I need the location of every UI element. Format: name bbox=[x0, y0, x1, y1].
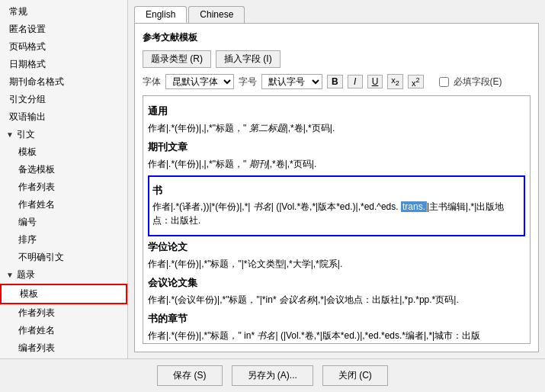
sidebar-item-citation-order[interactable]: 排序 bbox=[0, 231, 127, 249]
sidebar-item-citation-numbering[interactable]: 编号 bbox=[0, 214, 127, 231]
sidebar-item-bib-editor-list[interactable]: 编者列表 bbox=[0, 339, 127, 357]
section-content-journal: 作者|.*(年份)|,|,*"标题，" 期刊|,*卷|,*页码|. bbox=[148, 157, 525, 171]
font-label: 字体 bbox=[143, 76, 161, 88]
sidebar-item-alias[interactable]: 匿名设置 bbox=[0, 21, 127, 38]
section-header-book-section: 书的章节 bbox=[148, 311, 525, 327]
font-size-select[interactable]: 默认字号 bbox=[261, 74, 322, 89]
required-label: 必填字段(E) bbox=[454, 76, 502, 88]
sidebar-item-general[interactable]: 常规 bbox=[0, 3, 127, 21]
section-header-conference: 会议论文集 bbox=[148, 275, 525, 291]
subscript-button[interactable]: x2 bbox=[387, 74, 403, 88]
panel: 参考文献模板 题录类型 (R) 插入字段 (I) 字体 昆默认字体 字号 默认字… bbox=[134, 23, 539, 352]
controls-row: 题录类型 (R) 插入字段 (I) bbox=[143, 50, 531, 68]
section-header-book: 书 bbox=[152, 183, 521, 199]
section-header-thesis: 学位论文 bbox=[148, 239, 525, 255]
expand-icon-bib: ▼ bbox=[6, 271, 14, 279]
required-checkbox[interactable] bbox=[439, 77, 449, 87]
close-button[interactable]: 关闭 (C) bbox=[322, 365, 388, 386]
font-select[interactable]: 昆默认字体 bbox=[165, 74, 234, 89]
text-editor[interactable]: 通用 作者|.*(年份)|,|,*"标题，" 第二标题|,*卷|,*页码|. 期… bbox=[143, 95, 531, 344]
sidebar-item-bilingual[interactable]: 双语输出 bbox=[0, 108, 127, 126]
sidebar: 常规 匿名设置 页码格式 日期格式 期刊命名格式 引文分组 双语输出 ▼ 引文 … bbox=[0, 0, 128, 358]
entry-type-button[interactable]: 题录类型 (R) bbox=[143, 50, 211, 68]
sidebar-item-citation-author-name[interactable]: 作者姓名 bbox=[0, 196, 127, 214]
bold-button[interactable]: B bbox=[327, 75, 343, 88]
sidebar-item-page-format[interactable]: 页码格式 bbox=[0, 38, 127, 56]
tabs-container: English Chinese bbox=[134, 6, 539, 23]
font-row: 字体 昆默认字体 字号 默认字号 B I U x2 x2 必填字段(E) bbox=[143, 74, 531, 89]
bottom-bar: 保存 (S) 另存为 (A)... 关闭 (C) bbox=[0, 358, 545, 392]
panel-title: 参考文献模板 bbox=[143, 31, 531, 44]
sidebar-item-bib-authors[interactable]: 作者列表 bbox=[0, 304, 127, 322]
underline-button[interactable]: U bbox=[367, 75, 383, 88]
sidebar-item-citation-template[interactable]: 模板 bbox=[0, 143, 127, 161]
section-content-general: 作者|.*(年份)|,|,*"标题，" 第二标题|,*卷|,*页码|. bbox=[148, 121, 525, 135]
expand-icon: ▼ bbox=[6, 130, 14, 139]
save-as-button[interactable]: 另存为 (A)... bbox=[232, 365, 313, 386]
sidebar-item-bib-template[interactable]: 模板 bbox=[0, 284, 127, 304]
sidebar-item-date-format[interactable]: 日期格式 bbox=[0, 56, 127, 73]
insert-field-button[interactable]: 插入字段 (I) bbox=[216, 50, 281, 68]
sidebar-item-citation[interactable]: ▼ 引文 bbox=[0, 126, 127, 143]
sidebar-item-citation-authors[interactable]: 作者列表 bbox=[0, 178, 127, 196]
save-button[interactable]: 保存 (S) bbox=[157, 365, 222, 386]
section-header-general: 通用 bbox=[148, 104, 525, 120]
italic-button[interactable]: I bbox=[348, 75, 363, 88]
font-size-label: 字号 bbox=[239, 76, 257, 88]
sidebar-item-bibliography[interactable]: ▼ 题录 bbox=[0, 266, 127, 284]
book-section-box: 书 作者|.*(译者,))|*(年份)|,*| 书名| (|Vol.*卷,*|版… bbox=[148, 175, 525, 237]
tab-chinese[interactable]: Chinese bbox=[188, 6, 245, 23]
sidebar-item-citation-ambiguous[interactable]: 不明确引文 bbox=[0, 249, 127, 266]
tab-english[interactable]: English bbox=[134, 6, 187, 23]
section-content-book: 作者|.*(译者,))|*(年份)|,*| 书名| (|Vol.*卷,*|版本*… bbox=[152, 200, 521, 227]
superscript-button[interactable]: x2 bbox=[408, 75, 424, 89]
section-content-book-section: 作者|.*(年份)|,*"标题，" in* 书名| (|Vol.*卷,*|版本*… bbox=[148, 329, 525, 344]
section-content-conference: 作者|.*(会议年份)|,*"标题，"|*in* 会议名称|,*|会议地点：出版… bbox=[148, 293, 525, 307]
sidebar-item-journal-abbr[interactable]: 期刊命名格式 bbox=[0, 73, 127, 91]
sidebar-item-bib-author-name[interactable]: 作者姓名 bbox=[0, 322, 127, 339]
section-header-journal: 期刊文章 bbox=[148, 140, 525, 156]
inline-highlight-trans: trans. bbox=[401, 201, 427, 212]
content-area: English Chinese 参考文献模板 题录类型 (R) 插入字段 (I)… bbox=[128, 0, 545, 358]
section-content-thesis: 作者|.*(年份)|,*"标题，"|*论文类型|,*大学|,*院系|. bbox=[148, 257, 525, 271]
sidebar-item-citation-group[interactable]: 引文分组 bbox=[0, 91, 127, 108]
sidebar-item-citation-alt[interactable]: 备选模板 bbox=[0, 161, 127, 178]
